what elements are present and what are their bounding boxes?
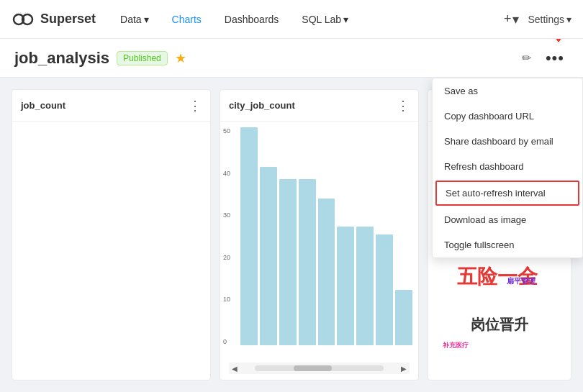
page-title: job_analysis: [14, 49, 109, 68]
y-axis: 50 40 30 20 10 0: [223, 127, 230, 345]
wordcloud-word: 补充医疗: [443, 341, 469, 350]
dropdown-item[interactable]: Share dashboard by email: [433, 129, 582, 154]
scroll-right-icon[interactable]: ▶: [398, 365, 410, 373]
bar-chart-area: 50 40 30 20 10 0: [223, 127, 415, 360]
title-actions: ✏ •••: [518, 46, 569, 70]
nav-item-charts[interactable]: Charts: [168, 11, 206, 28]
dropdown-item[interactable]: Save as: [433, 78, 582, 104]
bar-segment: [279, 179, 297, 345]
dropdown-item[interactable]: Copy dashboard URL: [433, 104, 582, 129]
superset-logo-icon: [12, 8, 35, 31]
chart-body-city-job-count: 50 40 30 20 10 0 ◀ ▶: [220, 122, 418, 380]
logo-text: Superset: [40, 12, 96, 27]
logo: Superset: [12, 8, 96, 31]
nav-item-data[interactable]: Data ▾: [116, 11, 153, 28]
chart-title-job-count: job_count: [21, 100, 65, 111]
nav-item-dashboards[interactable]: Dashboards: [220, 11, 284, 28]
bars-wrapper: [240, 127, 412, 360]
scrollbar-track: [255, 365, 384, 371]
pencil-icon: ✏: [522, 52, 531, 64]
dashboard-area: job_count ⋮ city_job_count ⋮ 50 40 30 20…: [0, 78, 583, 392]
add-button[interactable]: + ▾: [504, 12, 520, 27]
dropdown-item[interactable]: Refresh dashboard: [433, 154, 582, 179]
wordcloud-word: 岗位晋升: [471, 315, 528, 334]
bar-segment: [318, 199, 335, 345]
edit-dashboard-button[interactable]: ✏: [518, 48, 535, 68]
chart-title-city-job-count: city_job_count: [229, 100, 295, 111]
chart-body-job-count: [12, 122, 210, 380]
bar-segment: [356, 227, 374, 345]
bar-chart: 50 40 30 20 10 0 ◀ ▶: [220, 122, 418, 380]
nav-right: + ▾ Settings ▾: [504, 12, 571, 27]
title-bar: job_analysis Published ★ ✏ •••: [0, 39, 583, 78]
chart-card-city-job-count: city_job_count ⋮ 50 40 30 20 10 0: [220, 89, 419, 380]
dropdown-menu: Save asCopy dashboard URLShare dashboard…: [432, 78, 583, 258]
chart-card-job-count: job_count ⋮: [12, 89, 211, 380]
dropdown-item[interactable]: Download as image: [433, 207, 582, 232]
bar-segment: [299, 179, 316, 345]
chart-scrollbar[interactable]: ◀ ▶: [229, 363, 410, 374]
favorite-star-icon[interactable]: ★: [175, 50, 186, 66]
more-options-button[interactable]: •••: [541, 46, 569, 70]
bar-segment: [395, 290, 412, 345]
ellipsis-icon: •••: [546, 49, 564, 67]
bar-segment: [260, 167, 277, 345]
scrollbar-thumb[interactable]: [294, 365, 333, 371]
bar-segment: [240, 127, 258, 345]
bar-segment: [376, 234, 393, 345]
chart-menu-city-job-count[interactable]: ⋮: [397, 98, 410, 114]
dropdown-item[interactable]: Set auto-refresh interval: [435, 181, 579, 206]
bar-segment: [337, 227, 354, 345]
dropdown-item[interactable]: Toggle fullscreen: [433, 232, 582, 257]
top-nav: Superset Data ▾ Charts Dashboards SQL La…: [0, 0, 583, 39]
chart-header-city-job-count: city_job_count ⋮: [220, 90, 418, 122]
published-badge: Published: [117, 51, 168, 65]
scroll-left-icon[interactable]: ◀: [229, 365, 240, 373]
wordcloud-word: 扁平管理: [507, 276, 535, 286]
settings-button[interactable]: Settings ▾: [528, 14, 571, 25]
chart-menu-job-count[interactable]: ⋮: [189, 98, 202, 114]
empty-chart-placeholder: [97, 237, 126, 265]
nav-item-sqllab[interactable]: SQL Lab ▾: [297, 11, 353, 28]
chart-header-job-count: job_count ⋮: [12, 90, 210, 122]
